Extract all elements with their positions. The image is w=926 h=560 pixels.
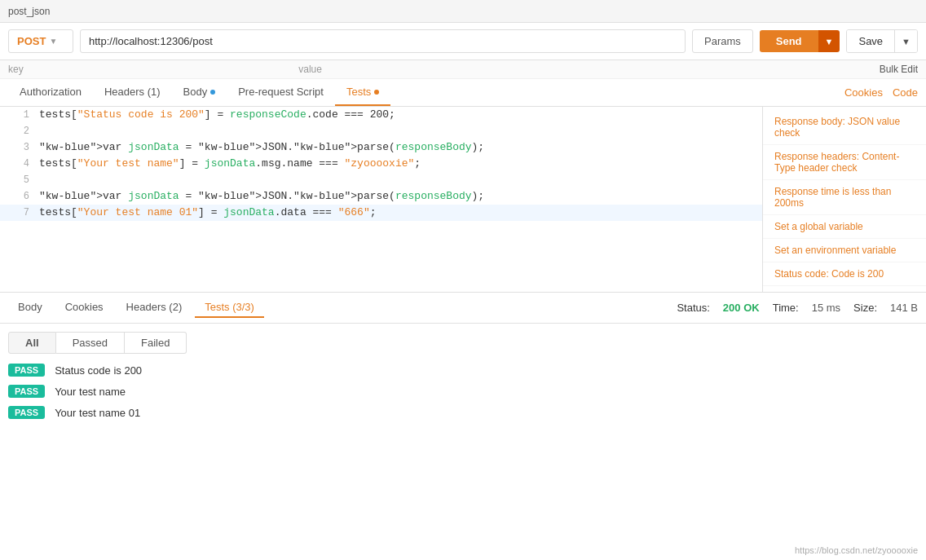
test-label: Status code is 200 xyxy=(55,364,142,377)
line-content: "kw-blue">var jsonData = "kw-blue">JSON.… xyxy=(39,139,484,156)
tabs-row: Authorization Headers (1) Body Pre-reque… xyxy=(0,79,926,107)
line-content: tests["Status code is 200"] = responseCo… xyxy=(39,107,395,123)
line-number: 7 xyxy=(7,205,29,221)
page-title: post_json xyxy=(8,6,50,17)
filter-tabs: AllPassedFailed xyxy=(8,332,918,354)
test-item: PASSYour test name xyxy=(8,385,918,398)
snippet-item[interactable]: Status code: Code is 200 xyxy=(763,262,926,286)
snippet-item[interactable]: Response time is less than 200ms xyxy=(763,180,926,215)
status-label: Status: xyxy=(677,302,709,314)
pass-badge: PASS xyxy=(8,364,45,377)
snippet-item[interactable]: Response body: JSON value check xyxy=(763,110,926,145)
save-group: Save ▼ xyxy=(846,29,918,53)
bottom-tab-headers[interactable]: Headers (2) xyxy=(117,298,192,318)
snippet-item[interactable]: Set an environment variable xyxy=(763,239,926,262)
test-label: Your test name xyxy=(55,386,126,398)
kv-key-label: key xyxy=(8,64,298,75)
kv-value-label: value xyxy=(298,64,879,75)
line-content: tests["Your test name 01"] = jsonData.da… xyxy=(39,205,377,221)
tab-prerequest-label: Pre-request Script xyxy=(238,86,324,98)
code-editor[interactable]: 1tests["Status code is 200"] = responseC… xyxy=(0,107,763,292)
code-link[interactable]: Code xyxy=(893,86,918,99)
code-line: 2 xyxy=(0,123,762,139)
snippets-panel: Response body: JSON value checkResponse … xyxy=(763,107,926,292)
bottom-tab-body-label: Body xyxy=(18,301,42,313)
title-bar: post_json xyxy=(0,0,926,23)
test-results: AllPassedFailed PASSStatus code is 200PA… xyxy=(0,324,926,435)
test-items-container: PASSStatus code is 200PASSYour test name… xyxy=(8,364,918,419)
tab-body-label: Body xyxy=(183,86,208,98)
bottom-tab-body[interactable]: Body xyxy=(8,298,52,318)
snippet-item[interactable]: Set a global variable xyxy=(763,215,926,239)
send-group: Send ▼ xyxy=(760,30,840,52)
kv-row: key value Bulk Edit xyxy=(0,60,926,79)
size-label: Size: xyxy=(853,302,877,314)
pass-badge: PASS xyxy=(8,385,45,398)
tab-right-links: Cookies Code xyxy=(844,86,918,99)
code-line: 5 xyxy=(0,172,762,188)
params-button[interactable]: Params xyxy=(692,29,753,53)
save-button[interactable]: Save xyxy=(847,30,894,52)
code-line: 1tests["Status code is 200"] = responseC… xyxy=(0,107,762,123)
test-item: PASSStatus code is 200 xyxy=(8,364,918,377)
line-number: 3 xyxy=(7,139,29,156)
tab-tests-dot xyxy=(374,90,379,95)
method-button[interactable]: POST ▼ xyxy=(8,29,73,53)
main-content: 1tests["Status code is 200"] = responseC… xyxy=(0,107,926,293)
code-line: 7tests["Your test name 01"] = jsonData.d… xyxy=(0,205,762,221)
tab-tests-label: Tests xyxy=(346,86,371,98)
tab-authorization[interactable]: Authorization xyxy=(8,79,93,106)
tab-prerequest[interactable]: Pre-request Script xyxy=(227,79,335,106)
send-dropdown-button[interactable]: ▼ xyxy=(818,30,840,52)
code-line: 6"kw-blue">var jsonData = "kw-blue">JSON… xyxy=(0,188,762,205)
method-label: POST xyxy=(17,35,46,47)
snippet-item[interactable]: Response headers: Content-Type header ch… xyxy=(763,145,926,180)
url-bar: POST ▼ Params Send ▼ Save ▼ xyxy=(0,23,926,60)
tab-headers[interactable]: Headers (1) xyxy=(93,79,172,106)
tab-authorization-label: Authorization xyxy=(20,86,82,98)
code-line: 3"kw-blue">var jsonData = "kw-blue">JSON… xyxy=(0,139,762,156)
line-number: 4 xyxy=(7,156,29,172)
pass-badge: PASS xyxy=(8,406,45,419)
bottom-tab-cookies-label: Cookies xyxy=(65,301,104,313)
time-label: Time: xyxy=(773,302,799,314)
tab-tests[interactable]: Tests xyxy=(335,79,390,106)
line-content: "kw-blue">var jsonData = "kw-blue">JSON.… xyxy=(39,188,484,205)
filter-tab-passed[interactable]: Passed xyxy=(56,332,125,354)
test-label: Your test name 01 xyxy=(55,407,140,419)
line-number: 1 xyxy=(7,107,29,123)
bottom-tabs-row: Body Cookies Headers (2) Tests (3/3) Sta… xyxy=(0,293,926,324)
bottom-tab-headers-label: Headers (2) xyxy=(126,301,183,313)
filter-tab-failed[interactable]: Failed xyxy=(125,332,187,354)
line-number: 5 xyxy=(7,172,29,188)
line-content: tests["Your test name"] = jsonData.msg.n… xyxy=(39,156,421,172)
code-line: 4tests["Your test name"] = jsonData.msg.… xyxy=(0,156,762,172)
bottom-tab-cookies[interactable]: Cookies xyxy=(55,298,113,318)
send-button[interactable]: Send xyxy=(760,30,818,52)
snippet-item[interactable]: Status code: Code name has string xyxy=(763,286,926,292)
time-value: 15 ms xyxy=(812,302,840,314)
method-chevron-icon[interactable]: ▼ xyxy=(49,37,57,46)
test-item: PASSYour test name 01 xyxy=(8,406,918,419)
line-number: 6 xyxy=(7,188,29,205)
status-info: Status: 200 OK Time: 15 ms Size: 141 B xyxy=(677,302,918,314)
bottom-tab-tests[interactable]: Tests (3/3) xyxy=(195,298,264,318)
tab-body[interactable]: Body xyxy=(172,79,227,106)
url-input[interactable] xyxy=(80,29,686,53)
status-value: 200 OK xyxy=(723,302,760,314)
save-dropdown-button[interactable]: ▼ xyxy=(894,30,917,52)
tab-body-dot xyxy=(210,90,215,95)
filter-tab-all[interactable]: All xyxy=(8,332,56,354)
cookies-link[interactable]: Cookies xyxy=(844,86,883,99)
size-value: 141 B xyxy=(890,302,918,314)
footer-link: https://blog.csdn.net/zyooooxie xyxy=(795,545,918,555)
tab-headers-label: Headers (1) xyxy=(104,86,161,98)
line-number: 2 xyxy=(7,123,29,139)
bulk-edit-button[interactable]: Bulk Edit xyxy=(880,64,918,75)
bottom-tab-tests-label: Tests (3/3) xyxy=(205,301,254,313)
